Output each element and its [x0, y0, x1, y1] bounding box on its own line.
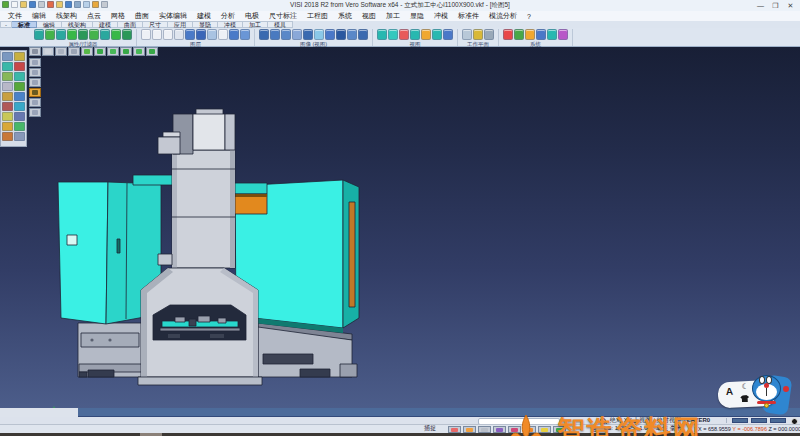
menu-item[interactable]: 系统 [333, 11, 357, 21]
close-button[interactable]: ✕ [783, 0, 798, 11]
menu-item[interactable]: 视图 [357, 11, 381, 21]
menu-item[interactable]: 实体编辑 [154, 11, 192, 21]
ribbon-icon[interactable] [152, 29, 162, 40]
menu-item[interactable]: 点云 [82, 11, 106, 21]
ribbon-icon[interactable] [536, 29, 546, 40]
ribbon-collapse-button[interactable]: - [0, 21, 12, 28]
ribbon-icon[interactable] [347, 29, 357, 40]
left-toolbar-icon[interactable] [2, 132, 13, 141]
ribbon-icon[interactable] [503, 29, 513, 40]
ribbon-icon[interactable] [78, 29, 88, 40]
ribbon-tab[interactable]: 冲模 [218, 21, 243, 28]
view-button[interactable] [29, 58, 41, 67]
menu-item[interactable]: 文件 [3, 11, 27, 21]
view-button[interactable] [29, 98, 41, 107]
ribbon-icon[interactable] [484, 29, 494, 40]
ribbon-icon[interactable] [270, 29, 280, 40]
view-button[interactable] [120, 47, 132, 56]
left-toolbar-icon[interactable] [2, 52, 13, 61]
left-toolbar-icon[interactable] [14, 112, 25, 121]
ribbon-icon[interactable] [462, 29, 472, 40]
ribbon-icon[interactable] [514, 29, 524, 40]
left-toolbar-icon[interactable] [2, 112, 13, 121]
view-button[interactable] [81, 47, 93, 56]
left-toolbar-icon[interactable] [14, 52, 25, 61]
menu-item[interactable]: 线架构 [51, 11, 82, 21]
minimize-button[interactable]: — [753, 0, 768, 11]
ribbon-icon[interactable] [67, 29, 77, 40]
left-toolbar-icon[interactable] [14, 102, 25, 111]
ribbon-icon[interactable] [185, 29, 195, 40]
ribbon-tab[interactable]: 标准 [12, 21, 37, 28]
view-button[interactable] [29, 88, 41, 97]
left-toolbar-icon[interactable] [14, 92, 25, 101]
left-toolbar-icon[interactable] [2, 102, 13, 111]
ribbon-icon[interactable] [547, 29, 557, 40]
menu-item[interactable]: 分析 [216, 11, 240, 21]
ribbon-icon[interactable] [336, 29, 346, 40]
left-toolbar-icon[interactable] [2, 92, 13, 101]
menu-item[interactable]: 加工 [381, 11, 405, 21]
ribbon-icon[interactable] [358, 29, 368, 40]
menu-item[interactable]: 网格 [106, 11, 130, 21]
menu-item[interactable]: 曲面 [130, 11, 154, 21]
menu-item[interactable]: 建模 [192, 11, 216, 21]
left-toolbar-icon[interactable] [2, 62, 13, 71]
ribbon-icon[interactable] [399, 29, 409, 40]
ribbon-tab[interactable]: 编辑 [37, 21, 62, 28]
ribbon-icon[interactable] [292, 29, 302, 40]
ribbon-icon[interactable] [34, 29, 44, 40]
left-toolbar-icon[interactable] [14, 72, 25, 81]
ribbon-icon[interactable] [303, 29, 313, 40]
snap-toggle-button[interactable] [478, 426, 491, 433]
ribbon-tab[interactable]: 加工 [243, 21, 268, 28]
ribbon-icon[interactable] [89, 29, 99, 40]
view-button[interactable] [146, 47, 158, 56]
ribbon-tab[interactable]: 模具 [268, 21, 293, 28]
view-button[interactable] [107, 47, 119, 56]
view-button[interactable] [55, 47, 67, 56]
left-toolbar-icon[interactable] [14, 122, 25, 131]
menu-item[interactable]: 冲模 [429, 11, 453, 21]
view-button[interactable] [68, 47, 80, 56]
left-toolbar-icon[interactable] [14, 62, 25, 71]
view-button[interactable] [29, 108, 41, 117]
ribbon-tab[interactable]: 应用 [168, 21, 193, 28]
ribbon-icon[interactable] [314, 29, 324, 40]
machine-model[interactable] [50, 102, 370, 402]
view-button[interactable] [29, 68, 41, 77]
ribbon-icon[interactable] [141, 29, 151, 40]
menu-item[interactable]: 编辑 [27, 11, 51, 21]
menu-item[interactable]: 工程图 [302, 11, 333, 21]
view-button[interactable] [94, 47, 106, 56]
menu-item[interactable]: 模流分析 [484, 11, 522, 21]
ribbon-icon[interactable] [174, 29, 184, 40]
ribbon-icon[interactable] [259, 29, 269, 40]
menu-item[interactable]: 尺寸标注 [264, 11, 302, 21]
ribbon-icon[interactable] [56, 29, 66, 40]
snap-toggle-button[interactable] [448, 426, 461, 433]
ribbon-icon[interactable] [558, 29, 568, 40]
menu-item[interactable]: 显隐 [405, 11, 429, 21]
ribbon-icon[interactable] [377, 29, 387, 40]
ribbon-icon[interactable] [45, 29, 55, 40]
left-toolbar-icon[interactable] [2, 122, 13, 131]
viewport-3d[interactable]: 智造资料网 A ☾ [0, 47, 800, 408]
ribbon-icon[interactable] [196, 29, 206, 40]
ribbon-icon[interactable] [421, 29, 431, 40]
left-toolbar-icon[interactable] [14, 132, 25, 141]
menu-item[interactable]: 标准件 [453, 11, 484, 21]
ribbon-icon[interactable] [218, 29, 228, 40]
ribbon-icon[interactable] [410, 29, 420, 40]
ribbon-icon[interactable] [525, 29, 535, 40]
ribbon-tab[interactable]: 尺寸 [143, 21, 168, 28]
ribbon-icon[interactable] [281, 29, 291, 40]
left-toolbar-icon[interactable] [14, 82, 25, 91]
maximize-button[interactable]: ❐ [768, 0, 783, 11]
snap-label[interactable]: 捕捉 [424, 425, 436, 432]
left-toolbar-icon[interactable] [2, 72, 13, 81]
ribbon-icon[interactable] [240, 29, 250, 40]
view-button[interactable] [42, 47, 54, 56]
ribbon-tab[interactable]: 曲面 [118, 21, 143, 28]
ribbon-tab[interactable]: 建模 [93, 21, 118, 28]
